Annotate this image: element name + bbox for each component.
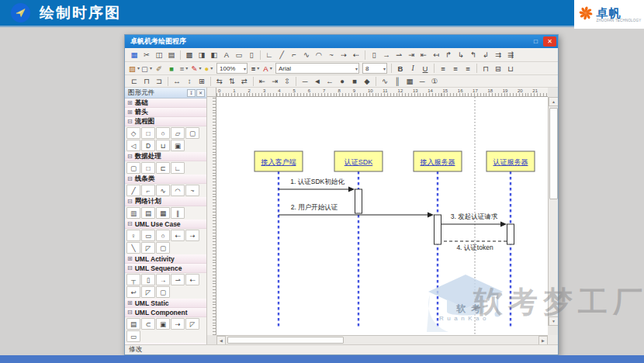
drawing-canvas[interactable]: 接入客户端认证SDK接入服务器认证服务器1. 认证SDK初始化2. 用户开始认证… (216, 97, 548, 335)
shape-return-message[interactable]: ⇠ (185, 274, 199, 285)
collapse-icon[interactable]: ⊟ (127, 309, 133, 316)
elbow-back-button[interactable]: ↲ (480, 50, 492, 60)
shape-package[interactable]: ▭ (141, 230, 155, 241)
hatch-button[interactable]: ≡▾ (178, 63, 190, 74)
shape-note-anchor[interactable]: ◸ (141, 286, 155, 298)
line-tool-button[interactable]: ╱ (275, 50, 288, 60)
shape-rounded-rect[interactable]: ▢ (185, 127, 199, 139)
async-message-button[interactable]: ⇀ (393, 50, 405, 60)
brush-button[interactable]: ✐ (153, 63, 165, 74)
section-header-基础[interactable]: ⊞基础 (125, 99, 206, 108)
line-color-button[interactable]: ✎▾ (190, 63, 203, 74)
chevron-down-icon[interactable]: ▾ (383, 66, 386, 71)
shape-node[interactable]: ▣ (156, 318, 170, 330)
section-header-UML Use Case[interactable]: ⊟UML Use Case (125, 220, 206, 229)
shape-process-rect[interactable]: □ (141, 127, 155, 139)
collapse-icon[interactable]: ⊟ (127, 220, 133, 227)
shape-usecase-ellipse[interactable]: ○ (156, 230, 170, 241)
activation-bar-2[interactable] (507, 224, 514, 244)
section-header-UML Component[interactable]: ⊟UML Component (125, 308, 206, 317)
wave-style-button[interactable]: ∿ (379, 76, 391, 87)
stencil-arrows-button[interactable]: ⇉ (492, 50, 504, 60)
labeled-line-button[interactable]: ⇢ (338, 50, 350, 60)
space-equal-button[interactable]: ⇳ (281, 76, 293, 87)
center-vertical-button[interactable]: ⇅ (226, 76, 238, 87)
horizontal-scroll-thumb[interactable] (227, 337, 344, 344)
found-message-button[interactable]: ⇥ (405, 50, 417, 60)
align-left-button[interactable]: ≡ (437, 63, 449, 74)
align-objects-right-button[interactable]: ⊐ (153, 76, 165, 87)
valign-middle-button[interactable]: ⊟ (492, 63, 504, 74)
sync-message-button[interactable]: → (380, 50, 393, 60)
shape-sync-message[interactable]: → (156, 274, 170, 285)
paste-button[interactable]: ▤ (165, 50, 178, 60)
grid-toggle-button[interactable]: ▦ (403, 76, 416, 87)
shape-table-columns[interactable]: ▥ (126, 207, 140, 219)
text-button[interactable]: A (220, 50, 233, 60)
section-header-网络计划[interactable]: ⊟网络计划 (125, 197, 206, 206)
collapse-icon[interactable]: ⊟ (127, 153, 133, 160)
space-down-button[interactable]: ⇥ (268, 76, 281, 87)
elbow-left-button[interactable]: ↰ (467, 50, 480, 60)
send-back-button[interactable]: ◧ (208, 50, 220, 60)
same-width-button[interactable]: ↔ (171, 76, 183, 87)
chevron-down-icon[interactable]: ▾ (257, 64, 259, 74)
center-both-button[interactable]: ⇄ (238, 76, 251, 87)
line-end-diamond-button[interactable]: ◆ (361, 76, 373, 87)
shape-decision-diamond[interactable]: ◇ (126, 127, 140, 139)
shape-cube[interactable]: ▣ (171, 140, 185, 151)
shape-note-anchor[interactable]: ◸ (185, 318, 199, 330)
shape-cylinder[interactable]: ⊔ (156, 140, 170, 151)
line-width-button[interactable]: ≡▾ (249, 63, 261, 74)
expand-icon[interactable]: ⊞ (127, 299, 133, 306)
chevron-down-icon[interactable]: ▾ (137, 64, 140, 74)
line-end-none-button[interactable]: ─ (299, 76, 311, 87)
scroll-left-icon[interactable]: ◀ (216, 336, 226, 344)
shape-object-lifeline[interactable]: ┬ (126, 274, 140, 285)
section-header-UML Static[interactable]: ⊞UML Static (125, 299, 206, 308)
chevron-down-icon[interactable]: ▾ (199, 64, 201, 74)
shape-zigzag-line[interactable]: ∿ (156, 185, 170, 196)
font-color-button[interactable]: A▾ (261, 63, 274, 74)
numbering-button[interactable]: ① (428, 76, 441, 87)
section-header-UML Activity[interactable]: ⊞UML Activity (125, 254, 206, 264)
bold-button[interactable]: B (394, 63, 407, 74)
shape-double-bar[interactable]: ∥ (171, 207, 185, 219)
font-select[interactable]: Arial▾ (275, 63, 359, 74)
copy-button[interactable]: ◫ (153, 50, 165, 60)
line-end-dot-button[interactable]: ● (336, 76, 348, 87)
shape-actor[interactable]: ♀ (126, 230, 140, 241)
font-size-select[interactable]: 8▾ (362, 63, 387, 74)
elbow-connector-button[interactable]: ∟ (263, 50, 275, 60)
chevron-down-icon[interactable]: ▾ (185, 64, 188, 74)
elbow-up-button[interactable]: ↱ (442, 50, 455, 60)
underline-button[interactable]: U (419, 63, 431, 74)
center-horizontal-button[interactable]: ⇆ (213, 76, 226, 87)
same-size-button[interactable]: ⊞ (196, 76, 208, 87)
shape-activation-bar[interactable]: ▯ (141, 274, 155, 285)
expand-icon[interactable]: ⊞ (127, 99, 133, 106)
frame-button[interactable]: ▭ (233, 50, 245, 60)
line-style-button[interactable]: ║ (391, 76, 403, 87)
pattern-button[interactable]: ■ (165, 63, 178, 74)
section-header-流程图[interactable]: ⊟流程图 (125, 117, 206, 126)
dash-style-button[interactable]: ─ (416, 76, 428, 87)
chevron-down-icon[interactable]: ▾ (355, 66, 358, 71)
chevron-down-icon[interactable]: ▾ (150, 64, 152, 74)
line-end-square-button[interactable]: ■ (348, 76, 361, 87)
shape-terminator[interactable]: ▢ (126, 162, 140, 174)
shape-include-arrow[interactable]: ⇢ (185, 230, 199, 241)
align-objects-center-button[interactable]: ⊓ (140, 76, 153, 87)
align-right-button[interactable]: ≡ (462, 63, 474, 74)
line-end-arrow-button[interactable]: ◄ (311, 76, 324, 87)
window-titlebar[interactable]: 卓帆机考绘图程序 □ ✕ (125, 35, 558, 48)
curve-tool-button[interactable]: ~ (325, 50, 338, 60)
same-height-button[interactable]: ↕ (183, 76, 196, 87)
collapse-icon[interactable]: ⊟ (127, 198, 133, 205)
collapse-icon[interactable]: ⊟ (127, 118, 133, 125)
elbow-down-button[interactable]: ↳ (455, 50, 467, 60)
scroll-right-icon[interactable]: ▶ (538, 336, 548, 344)
shape-curve-line[interactable]: ~ (185, 185, 199, 196)
shape-parallelogram[interactable]: ▱ (171, 127, 185, 139)
activation-bar-1[interactable] (435, 215, 441, 244)
